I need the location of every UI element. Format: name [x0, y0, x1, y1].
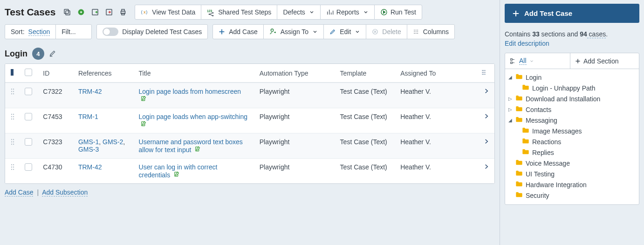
reports-button[interactable]: Reports	[321, 5, 375, 19]
row-title-link[interactable]: Login page loads from homescreen	[139, 88, 241, 95]
column-title[interactable]: Title	[134, 64, 255, 83]
svg-point-34	[13, 139, 14, 140]
tree-expander-icon[interactable]: ▷	[508, 96, 513, 101]
tree-node-label: Login - Unhappy Path	[532, 84, 595, 92]
select-all-checkbox[interactable]	[25, 69, 32, 76]
row-title-link[interactable]: Username and password text boxes allow f…	[139, 138, 243, 154]
edit-inline-icon[interactable]	[141, 121, 147, 128]
column-id[interactable]: ID	[38, 64, 74, 83]
column-marker-icon[interactable]	[5, 64, 20, 83]
defects-button[interactable]: Defects	[277, 5, 320, 19]
tree-node[interactable]: Image Messages	[514, 126, 636, 136]
section-tree: ◢LoginLogin - Unhappy Path▷Download and …	[505, 69, 639, 204]
row-template: Test Case (Text)	[336, 133, 396, 158]
tree-node[interactable]: UI Testing	[508, 168, 636, 179]
tree-node[interactable]: Replies	[514, 147, 636, 158]
folder-icon	[515, 116, 523, 124]
run-test-label: Run Test	[391, 8, 416, 16]
drag-handle-icon[interactable]	[10, 165, 15, 172]
row-expand-icon[interactable]	[483, 164, 490, 171]
tree-expander-icon[interactable]: ◢	[508, 118, 513, 123]
svg-point-24	[13, 93, 14, 94]
edit-button[interactable]: Edit	[324, 25, 366, 39]
display-deleted-label: Display Deleted Test Cases	[122, 28, 202, 35]
reference-link[interactable]: GMS-1	[78, 138, 99, 146]
edit-inline-icon[interactable]	[141, 96, 147, 103]
svg-point-22	[13, 91, 14, 92]
table-row[interactable]: C7323 GMS-1, GMS-2, GMS-3 Username and p…	[5, 133, 494, 158]
column-automation-type[interactable]: Automation Type	[255, 64, 336, 83]
svg-rect-1	[64, 9, 69, 14]
reference-link[interactable]: GMS-2	[103, 138, 123, 146]
table-row[interactable]: C4730 TRM-42 User can log in with correc…	[5, 158, 494, 183]
edit-inline-icon[interactable]	[195, 146, 201, 154]
view-test-data-button[interactable]: (x) View Test Data	[135, 5, 201, 19]
column-menu-icon[interactable]	[481, 70, 488, 77]
add-case-button[interactable]: Add Case	[213, 25, 263, 39]
edit-inline-icon[interactable]	[174, 171, 180, 179]
sort-button[interactable]: Sort: Section	[5, 25, 56, 39]
tree-expander-icon[interactable]: ◢	[508, 75, 513, 80]
export-icon[interactable]	[104, 7, 114, 17]
drag-handle-icon[interactable]	[10, 114, 15, 122]
display-deleted-toggle[interactable]: Display Deleted Test Cases	[97, 25, 207, 39]
reference-link[interactable]: TRM-42	[78, 88, 102, 95]
table-row[interactable]: C7453 TRM-1 Login page loads when app-sw…	[5, 108, 494, 133]
reference-link[interactable]: TRM-1	[78, 113, 98, 120]
shared-test-steps-button[interactable]: 123 Shared Test Steps	[201, 5, 277, 19]
row-expand-icon[interactable]	[483, 113, 490, 121]
column-references[interactable]: References	[74, 64, 134, 83]
columns-button[interactable]: Columns	[407, 25, 454, 39]
row-title-link[interactable]: Login page loads when app-switching	[139, 113, 248, 120]
tree-all-button[interactable]: All	[505, 53, 570, 69]
reference-link[interactable]: GMS-3	[78, 146, 99, 153]
row-checkbox[interactable]	[25, 88, 32, 95]
row-checkbox[interactable]	[25, 113, 32, 120]
tree-node-label: Login	[526, 74, 541, 81]
row-expand-icon[interactable]	[483, 139, 490, 146]
tree-node[interactable]: Reactions	[514, 136, 636, 147]
plus-icon	[575, 58, 581, 64]
copy-icon[interactable]	[62, 7, 72, 17]
folder-icon	[515, 170, 523, 178]
tree-node[interactable]: Hardware Integration	[508, 179, 636, 190]
run-test-button[interactable]: Run Test	[375, 5, 422, 19]
edit-section-icon[interactable]	[49, 49, 56, 58]
tree-node[interactable]: ▷Download and Installation	[508, 93, 636, 104]
filter-button[interactable]: Filt...	[56, 25, 91, 39]
import-ai-icon[interactable]	[76, 7, 86, 17]
svg-text:): )	[146, 10, 148, 14]
column-assigned-to[interactable]: Assigned To	[396, 64, 476, 83]
tree-node[interactable]: ◢Login	[508, 72, 636, 83]
tree-node[interactable]: ◢Messaging	[508, 115, 636, 126]
print-icon[interactable]	[118, 7, 128, 17]
footer-add-subsection-link[interactable]: Add Subsection	[42, 189, 88, 196]
column-template[interactable]: Template	[336, 64, 396, 83]
add-test-case-button[interactable]: Add Test Case	[505, 4, 639, 23]
header-button-group: (x) View Test Data 123 Shared Test Steps…	[135, 5, 422, 20]
reference-link[interactable]: TRM-42	[78, 163, 102, 171]
add-section-button[interactable]: Add Section	[570, 53, 639, 69]
folder-icon	[515, 181, 523, 189]
tree-expander-icon[interactable]: ▷	[508, 107, 513, 112]
tree-node[interactable]: Security	[508, 190, 636, 201]
svg-rect-0	[66, 11, 70, 15]
tree-node[interactable]: Login - Unhappy Path	[514, 83, 636, 93]
row-expand-icon[interactable]	[483, 88, 490, 96]
delete-label: Delete	[382, 28, 401, 35]
tree-node[interactable]: Voice Message	[508, 158, 636, 168]
import-icon[interactable]	[90, 7, 100, 17]
row-checkbox[interactable]	[25, 138, 32, 146]
assign-to-button[interactable]: Assign To	[264, 25, 324, 39]
table-row[interactable]: C7322 TRM-42 Login page loads from homes…	[5, 83, 494, 108]
row-checkbox[interactable]	[25, 163, 32, 171]
tree-node[interactable]: ▷Contacts	[508, 104, 636, 115]
folder-icon	[515, 95, 523, 103]
folder-icon	[522, 127, 529, 135]
edit-description-link[interactable]: Edit description	[505, 40, 549, 47]
footer-add-case-link[interactable]: Add Case	[5, 189, 33, 196]
drag-handle-icon[interactable]	[10, 140, 15, 147]
drag-handle-icon[interactable]	[10, 89, 15, 97]
delete-button[interactable]: Delete	[366, 25, 407, 39]
svg-point-19	[11, 89, 12, 90]
